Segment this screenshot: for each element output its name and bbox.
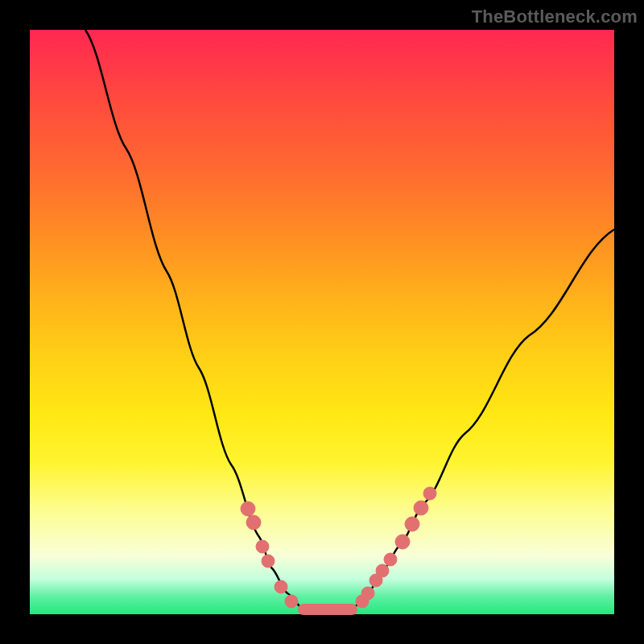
plot-area (30, 30, 614, 614)
data-point (262, 555, 275, 568)
data-point (256, 540, 269, 553)
watermark-text: TheBottleneck.com (472, 6, 638, 27)
data-point (275, 580, 287, 593)
chart-svg (30, 30, 614, 614)
data-point (376, 564, 389, 577)
data-point (384, 553, 397, 566)
scatter-dots (241, 487, 436, 608)
data-point (423, 487, 436, 500)
data-point (246, 515, 261, 530)
data-point (414, 501, 428, 515)
chart-canvas: TheBottleneck.com (0, 0, 644, 644)
data-point (285, 595, 298, 608)
data-point (405, 517, 419, 531)
data-point (241, 502, 255, 516)
data-point (361, 587, 374, 600)
right-curve (352, 229, 614, 609)
left-curve (85, 30, 303, 609)
data-point (395, 535, 410, 549)
